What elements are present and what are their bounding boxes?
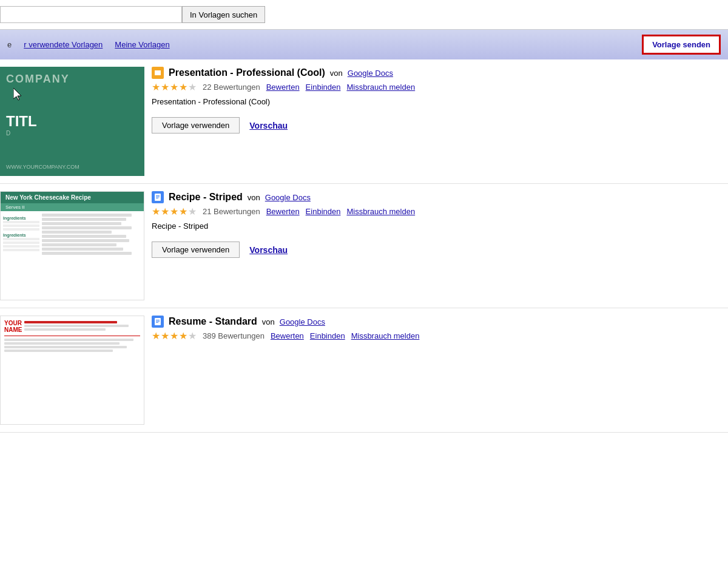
item-title: Recipe - Striped: [169, 192, 243, 203]
item-author-link[interactable]: Google Docs: [265, 193, 311, 202]
template-item: YOURNAME: [0, 308, 728, 433]
star-rating: ★ ★ ★ ★ ★: [152, 330, 197, 342]
action-einbinden[interactable]: Einbinden: [310, 331, 345, 340]
search-input[interactable]: [0, 6, 182, 23]
item-buttons: Vorlage verwenden Vorschau: [152, 242, 721, 258]
action-bewerten[interactable]: Bewerten: [266, 207, 300, 216]
preview-button[interactable]: Vorschau: [249, 245, 288, 255]
item-title-row: Recipe - Striped von Google Docs: [152, 191, 721, 203]
item-author-link[interactable]: Google Docs: [348, 69, 393, 78]
thumb-url-text: WWW.YOURCOMPANY.COM: [6, 164, 138, 170]
svg-rect-4: [156, 198, 158, 198]
item-ratings-row: ★ ★ ★ ★ ★ 389 Bewertungen Bewerten Einbi…: [152, 330, 721, 342]
preview-button[interactable]: Vorschau: [249, 121, 288, 130]
presentation-icon: [152, 67, 164, 79]
star-rating: ★ ★ ★ ★ ★: [152, 206, 197, 217]
recipe-thumb-body: Ingredients Ingredients: [1, 211, 144, 300]
nav-link-used-templates[interactable]: r verwendete Vorlagen: [24, 40, 103, 49]
template-info: Resume - Standard von Google Docs ★ ★ ★ …: [144, 316, 728, 345]
template-thumbnail: COMPANY TITL D WWW.YOURCOMPANY.COM: [0, 67, 144, 176]
resume-body-lines: [4, 339, 140, 353]
recipe-ingredients-col: Ingredients Ingredients: [3, 214, 39, 297]
svg-rect-8: [156, 322, 158, 323]
item-author-prefix: von: [248, 193, 260, 202]
item-buttons: Vorlage verwenden Vorschau: [152, 117, 721, 133]
template-thumbnail: New York Cheesecake Recipe Serves II Ing…: [0, 191, 144, 300]
search-button[interactable]: In Vorlagen suchen: [182, 6, 265, 23]
action-einbinden[interactable]: Einbinden: [306, 207, 341, 216]
svg-rect-6: [156, 320, 160, 320]
template-item: COMPANY TITL D WWW.YOURCOMPANY.COM Prese…: [0, 59, 728, 184]
action-missbrauch[interactable]: Missbrauch melden: [351, 331, 420, 340]
presentation-thumbnail-visual: COMPANY TITL D WWW.YOURCOMPANY.COM: [0, 67, 144, 176]
thumb-company-text: COMPANY: [6, 73, 138, 86]
thumb-date-text: D: [6, 130, 138, 137]
svg-rect-7: [156, 321, 160, 322]
doc-icon: [152, 316, 164, 328]
recipe-thumb-subheader: Serves II: [1, 203, 144, 211]
recipe-thumbnail-visual: New York Cheesecake Recipe Serves II Ing…: [0, 191, 144, 300]
header-nav-left: e r verwendete Vorlagen Meine Vorlagen: [7, 40, 170, 49]
header-title: e: [7, 40, 12, 49]
use-template-button[interactable]: Vorlage verwenden: [152, 117, 240, 133]
svg-rect-2: [156, 195, 160, 196]
item-author-prefix: von: [262, 317, 275, 326]
resume-thumbnail-visual: YOURNAME: [0, 316, 144, 425]
item-title: Presentation - Professional (Cool): [169, 67, 325, 78]
template-thumbnail: YOURNAME: [0, 316, 144, 425]
item-title: Resume - Standard: [169, 316, 257, 327]
template-item: New York Cheesecake Recipe Serves II Ing…: [0, 184, 728, 308]
star-rating: ★ ★ ★ ★ ★: [152, 81, 197, 93]
action-bewerten[interactable]: Bewerten: [271, 331, 304, 340]
header-nav: e r verwendete Vorlagen Meine Vorlagen V…: [0, 30, 728, 59]
recipe-thumb-header: New York Cheesecake Recipe: [1, 192, 144, 203]
action-missbrauch[interactable]: Missbrauch melden: [346, 207, 415, 216]
item-author-link[interactable]: Google Docs: [280, 317, 325, 326]
item-description: Presentation - Professional (Cool): [152, 96, 721, 107]
rating-count: 22 Bewertungen: [203, 83, 260, 92]
item-ratings-row: ★ ★ ★ ★ ★ 22 Bewertungen Bewerten Einbin…: [152, 81, 721, 93]
action-missbrauch[interactable]: Missbrauch melden: [346, 83, 415, 92]
use-template-button[interactable]: Vorlage verwenden: [152, 242, 240, 258]
nav-link-my-templates[interactable]: Meine Vorlagen: [115, 40, 169, 49]
resume-thumb-name: YOURNAME: [4, 320, 22, 333]
template-info: Presentation - Professional (Cool) von G…: [144, 67, 728, 133]
action-bewerten[interactable]: Bewerten: [266, 83, 300, 92]
search-bar-area: In Vorlagen suchen: [0, 0, 728, 30]
item-title-row: Resume - Standard von Google Docs: [152, 316, 721, 328]
item-author-prefix: von: [330, 69, 343, 78]
item-title-row: Presentation - Professional (Cool) von G…: [152, 67, 721, 79]
template-info: Recipe - Striped von Google Docs ★ ★ ★ ★…: [144, 191, 728, 258]
recipe-instructions-col: [42, 214, 141, 297]
resume-thumb-top: YOURNAME: [4, 320, 140, 333]
item-ratings-row: ★ ★ ★ ★ ★ 21 Bewertungen Bewerten Einbin…: [152, 206, 721, 217]
thumb-title-text: TITL: [6, 113, 138, 130]
action-einbinden[interactable]: Einbinden: [306, 83, 341, 92]
resume-thumb-details: [24, 320, 140, 333]
rating-count: 21 Bewertungen: [203, 207, 260, 216]
vorlage-senden-button[interactable]: Vorlage senden: [642, 35, 721, 55]
item-description: Recipe - Striped: [152, 221, 721, 232]
doc-icon: [152, 191, 164, 203]
svg-rect-3: [156, 197, 160, 197]
template-list: COMPANY TITL D WWW.YOURCOMPANY.COM Prese…: [0, 59, 728, 433]
rating-count: 389 Bewertungen: [203, 331, 265, 340]
